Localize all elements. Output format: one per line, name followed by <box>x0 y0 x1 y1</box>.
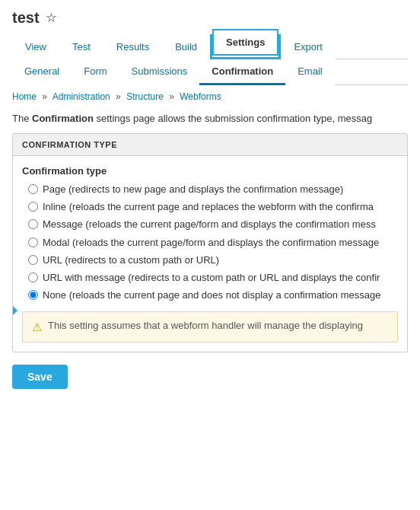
breadcrumb-structure[interactable]: Structure <box>126 91 164 102</box>
radio-message-input[interactable] <box>28 219 38 229</box>
radio-message-label: Message (reloads the current page/form a… <box>43 218 376 231</box>
radio-modal-label: Modal (reloads the current page/form and… <box>43 236 379 250</box>
radio-page-input[interactable] <box>28 184 38 194</box>
tab-view[interactable]: View <box>12 34 59 59</box>
radio-url-message-input[interactable] <box>28 273 38 282</box>
radio-inline-input[interactable] <box>28 202 38 212</box>
breadcrumb-administration[interactable]: Administration <box>52 91 110 102</box>
radio-page: Page (redirects to new page and displays… <box>28 183 398 196</box>
star-icon[interactable]: ☆ <box>46 11 56 25</box>
radio-none: None (reloads the current page and does … <box>28 288 398 302</box>
breadcrumb-home[interactable]: Home <box>12 91 37 102</box>
section-header: CONFIRMATION TYPE <box>13 134 407 156</box>
settings-tab-wrapper: Settings <box>210 34 281 59</box>
radio-url: URL (redirects to a custom path or URL) <box>28 253 398 267</box>
tab-test[interactable]: Test <box>59 34 103 59</box>
radio-none-label: None (reloads the current page and does … <box>43 288 380 302</box>
confirmation-type-radio-group: Page (redirects to new page and displays… <box>22 183 398 302</box>
secondary-nav: General Form Submissions Confirmation Em… <box>12 59 408 85</box>
tab-form[interactable]: Form <box>72 59 119 85</box>
page-title: test ☆ <box>12 9 408 27</box>
tab-general[interactable]: General <box>12 59 72 85</box>
warning-text: This setting assumes that a webform hand… <box>48 320 363 331</box>
radio-inline-label: Inline (reloads the current page and rep… <box>43 200 374 214</box>
tab-confirmation[interactable]: Confirmation <box>199 59 285 85</box>
tab-export[interactable]: Export <box>281 34 336 59</box>
radio-url-input[interactable] <box>28 255 38 265</box>
radio-page-label: Page (redirects to new page and displays… <box>43 183 343 196</box>
warning-box: ⚠ This setting assumes that a webform ha… <box>22 311 398 343</box>
tab-submissions[interactable]: Submissions <box>119 59 200 85</box>
intro-text: The Confirmation settings page allows th… <box>0 108 420 133</box>
field-label: Confirmation type <box>22 165 398 177</box>
tab-build[interactable]: Build <box>162 34 210 59</box>
radio-url-message: URL with message (redirects to a custom … <box>28 271 398 285</box>
title-text: test <box>12 9 40 27</box>
tab-settings[interactable]: Settings <box>212 29 278 56</box>
none-arrow-indicator <box>12 303 18 320</box>
save-button[interactable]: Save <box>12 365 68 389</box>
confirmation-type-section: CONFIRMATION TYPE Confirmation type Page… <box>12 133 408 352</box>
radio-url-message-label: URL with message (redirects to a custom … <box>43 271 380 285</box>
svg-marker-0 <box>12 303 18 318</box>
section-body: Confirmation type Page (redirects to new… <box>13 156 407 352</box>
radio-inline: Inline (reloads the current page and rep… <box>28 200 398 214</box>
radio-modal-input[interactable] <box>28 237 38 247</box>
breadcrumb-webforms[interactable]: Webforms <box>180 91 221 102</box>
warning-icon: ⚠ <box>32 320 42 334</box>
primary-nav: View Test Results Build Settings Export <box>12 34 408 59</box>
radio-modal: Modal (reloads the current page/form and… <box>28 236 398 250</box>
radio-message: Message (reloads the current page/form a… <box>28 218 398 231</box>
tab-results[interactable]: Results <box>103 34 162 59</box>
save-section: Save <box>0 352 420 401</box>
tab-email[interactable]: Email <box>285 59 335 85</box>
breadcrumb: Home » Administration » Structure » Webf… <box>0 85 420 108</box>
radio-none-input[interactable] <box>28 290 38 300</box>
radio-url-label: URL (redirects to a custom path or URL) <box>43 253 219 267</box>
